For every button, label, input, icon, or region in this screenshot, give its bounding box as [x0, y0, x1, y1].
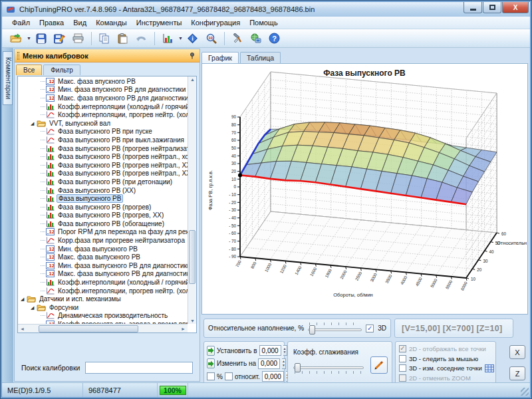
comments-vertical-tab[interactable]: Комментарии: [3, 51, 13, 105]
tree-item[interactable]: Корр.фаза при прогреве нейтрализатора: [18, 236, 188, 245]
tree-folder[interactable]: ◢VVT, выпускной вал: [18, 119, 188, 128]
tab-фильтр[interactable]: Фильтр: [43, 65, 80, 75]
option-checkbox[interactable]: ✓: [399, 345, 406, 352]
tree-item[interactable]: Коэфф.интерполяции, прогрев нейтр. (холо…: [18, 287, 188, 295]
info-icon[interactable]: i: [184, 31, 201, 47]
tree-item[interactable]: Фаза выпускного РВ (прогрев нейтрал., ХХ…: [18, 161, 188, 170]
print-icon[interactable]: [70, 31, 87, 47]
zoom-10-icon[interactable]: 10: [203, 31, 220, 47]
option-checkbox[interactable]: [399, 374, 406, 382]
open-dropdown-icon[interactable]: ▼: [27, 36, 31, 41]
tree-item[interactable]: Динамическая производительность: [18, 312, 188, 321]
chart-dropdown-icon[interactable]: ▼: [178, 36, 183, 41]
change-by-input[interactable]: 0,000: [258, 358, 280, 369]
open-icon[interactable]: [7, 31, 25, 47]
option-checkbox[interactable]: [399, 364, 406, 372]
apply-change-button[interactable]: [207, 358, 215, 368]
tab-таблица[interactable]: Таблица: [240, 52, 281, 63]
vertical-scroll-thumb[interactable]: [189, 230, 196, 285]
horizontal-scroll-thumb[interactable]: [39, 325, 138, 332]
smoothing-track[interactable]: [293, 366, 364, 369]
menu-item[interactable]: Инструменты: [132, 17, 187, 28]
relative-input[interactable]: 0,000: [262, 371, 284, 382]
tree-item[interactable]: Фаза выпускного РВ (прогрев нейтрал., хо…: [18, 152, 188, 161]
help-icon[interactable]: ?: [266, 31, 283, 47]
pin-icon[interactable]: [189, 52, 196, 59]
scroll-up-icon[interactable]: ▲: [188, 77, 197, 82]
tree-item[interactable]: Фаза выпускного РВ (прогрев нейтрализато…: [18, 144, 188, 153]
titlebar[interactable]: ChipTuningPRO ver.7.4.8.969 - Antara32L_…: [2, 2, 530, 17]
undo-icon[interactable]: [133, 31, 150, 47]
maximize-button[interactable]: [483, 2, 501, 13]
menu-item[interactable]: Правка: [35, 17, 68, 28]
tree-item[interactable]: 12Порог RPM для перехода на фазу для реж…: [18, 228, 188, 237]
display-option[interactable]: 2D - отменить ZOOM: [399, 374, 492, 383]
display-option[interactable]: 3D - следить за мышью: [399, 354, 492, 363]
tree-item[interactable]: Фаза выпускного РВ (прогрев): [18, 203, 188, 211]
tree-folder[interactable]: ◢Датчики и исп. механизмы: [18, 295, 188, 303]
z-axis-button[interactable]: Z: [509, 366, 525, 380]
network-icon[interactable]: [247, 31, 265, 47]
tree-item[interactable]: 12Мин. фаза выпускного РВ для диагностик…: [18, 261, 188, 270]
3d-checkbox[interactable]: ✓: [366, 325, 374, 332]
change-by-spinner[interactable]: ▲▼: [282, 358, 286, 369]
tree-item[interactable]: Фаза выпускного РВ (ХХ): [18, 186, 188, 195]
tree-item[interactable]: Фаза выпускного РВ (при детонации): [18, 178, 188, 186]
tab-график[interactable]: График: [201, 52, 239, 63]
expander-icon[interactable]: ◢: [31, 121, 37, 126]
tree-item[interactable]: Коэфф.интерполяции, прогрев нейтр. (холо…: [18, 110, 188, 119]
apply-set-button[interactable]: [207, 346, 215, 356]
option-checkbox[interactable]: [399, 355, 406, 362]
tree-item[interactable]: Фаза выпускного РВ (прогрев, ХХ): [18, 211, 188, 220]
save-icon[interactable]: [33, 31, 50, 47]
tree-folder[interactable]: ◢Форсунки: [18, 303, 188, 312]
tree-item[interactable]: Фаза выпускного РВ (обогащение): [18, 219, 188, 228]
tree-item[interactable]: Фаза выпускного РВ (прогрев нейтрал., ХХ…: [18, 170, 188, 178]
relative-checkbox[interactable]: [225, 372, 233, 380]
menu-item[interactable]: Конфигурация: [186, 17, 245, 28]
tree-item[interactable]: 12Мин. фаза выпускного РВ: [18, 245, 188, 253]
set-to-input[interactable]: 0,000: [259, 345, 281, 356]
menu-item[interactable]: Вид: [68, 17, 91, 28]
display-option[interactable]: ✓2D - отображать все точки: [399, 344, 492, 353]
percent-checkbox[interactable]: [207, 372, 215, 380]
tree-horizontal-scrollbar[interactable]: ◄ ►: [18, 324, 188, 332]
grid-icon[interactable]: [485, 364, 494, 372]
x-axis-button[interactable]: X: [509, 345, 525, 359]
surface-chart[interactable]: - 90- 80- 70- 60- 50- 40- 30- 20- 100102…: [202, 64, 527, 314]
menu-item[interactable]: Помощь: [245, 17, 283, 28]
calibration-panel-header[interactable]: Меню калибровок: [15, 49, 200, 63]
apply-smoothing-button[interactable]: [370, 356, 388, 374]
tree-item[interactable]: Фаза выпускного РВ: [18, 194, 188, 203]
tree-vertical-scrollbar[interactable]: ▲ ▼: [188, 76, 196, 324]
tree-item[interactable]: Коэфф.интерполяции (холодный / горячий ): [18, 102, 188, 111]
display-option[interactable]: 3D - изм. соседние точки: [399, 364, 492, 373]
menu-item[interactable]: Команды: [91, 17, 132, 28]
fill-slider[interactable]: [308, 323, 362, 334]
menu-item[interactable]: Файл: [7, 17, 35, 28]
close-button[interactable]: X: [502, 2, 529, 13]
tree-item[interactable]: Фаза выпускного РВ при пуске: [18, 128, 188, 136]
tree-item[interactable]: 12Макс. фаза впускного РВ для диагностик…: [18, 94, 188, 102]
expander-icon[interactable]: ◢: [21, 297, 27, 301]
smoothing-slider[interactable]: [293, 360, 364, 372]
tools-icon[interactable]: [229, 31, 246, 47]
tree-item[interactable]: 12Макс. фаза выпускного РВ для диагности…: [18, 270, 188, 279]
tree-item[interactable]: Фаза выпускного РВ при выкл.зажигания: [18, 136, 188, 144]
chart-icon[interactable]: [159, 31, 176, 47]
paste-icon[interactable]: [114, 31, 132, 47]
resize-grip[interactable]: [521, 388, 529, 396]
expander-icon[interactable]: ◢: [31, 305, 37, 310]
scroll-right-icon[interactable]: ►: [179, 327, 188, 331]
slider-track[interactable]: [308, 329, 362, 331]
scroll-left-icon[interactable]: ◄: [18, 327, 27, 331]
copy-icon[interactable]: [96, 31, 113, 47]
minimize-button[interactable]: [464, 2, 482, 13]
tab-все[interactable]: Все: [16, 65, 42, 75]
slider-thumb[interactable]: [309, 325, 315, 334]
set-to-spinner[interactable]: ▲▼: [283, 345, 287, 356]
search-input[interactable]: [85, 362, 193, 374]
tree-item[interactable]: 12Макс. фаза выпускного РВ: [18, 253, 188, 261]
scroll-down-icon[interactable]: ▼: [188, 319, 197, 323]
tree-item[interactable]: 12Мин. фаза впускного РВ для диагностики: [18, 86, 188, 94]
